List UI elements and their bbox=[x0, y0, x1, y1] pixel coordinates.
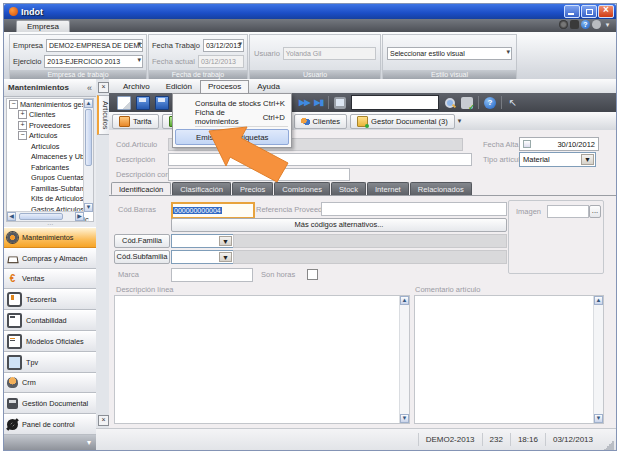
collapse-icon[interactable]: « bbox=[87, 83, 92, 93]
help-icon[interactable]: ? bbox=[484, 97, 496, 109]
tree-item[interactable]: −Artículos bbox=[7, 131, 93, 142]
cod-subfamilia-button[interactable]: Cód.Subfamilia bbox=[114, 250, 170, 264]
imagen-browse-button[interactable]: ... bbox=[589, 205, 601, 218]
tree-item[interactable]: Artículos bbox=[7, 141, 93, 152]
chevron-down-icon[interactable]: ▼ bbox=[581, 154, 594, 165]
scroll-right-icon[interactable]: ▶ bbox=[75, 212, 84, 221]
menu-edicion[interactable]: Edición bbox=[158, 81, 200, 92]
scroll-down-icon[interactable]: ▼ bbox=[84, 203, 93, 212]
scroll-left-icon[interactable]: ◀ bbox=[7, 212, 16, 221]
tree-item[interactable]: Familias-Subfamil bbox=[7, 183, 93, 194]
nav-ventas[interactable]: €Ventas bbox=[4, 269, 96, 290]
cod-subfamilia-select[interactable]: ▼ bbox=[171, 250, 234, 264]
sidebar-footer[interactable]: ▾ bbox=[4, 435, 96, 450]
tab-identificacion[interactable]: Identificación bbox=[111, 182, 171, 195]
expand-icon[interactable]: − bbox=[18, 131, 27, 140]
close-icon[interactable]: × bbox=[98, 82, 109, 93]
tree-item[interactable]: +Clientes bbox=[7, 110, 93, 121]
tab-empresa[interactable]: Empresa bbox=[16, 20, 70, 32]
tree-item[interactable]: Almacenes y Ubic bbox=[7, 152, 93, 163]
menu-archivo[interactable]: Archivo bbox=[115, 81, 158, 92]
chevron-down-icon[interactable]: ▾ bbox=[87, 438, 91, 447]
tab-clientes[interactable]: Clientes bbox=[294, 114, 347, 129]
last-record-icon[interactable]: ▶▮ bbox=[314, 98, 323, 107]
help-icon[interactable]: ? bbox=[581, 20, 590, 29]
tab-comisiones[interactable]: Comisiones bbox=[274, 182, 330, 195]
cod-familia-select[interactable]: ▼ bbox=[171, 234, 234, 248]
tree-item[interactable]: Kits de Artículos bbox=[7, 194, 93, 205]
expand-icon[interactable]: + bbox=[18, 121, 27, 130]
screen-icon[interactable] bbox=[334, 97, 346, 109]
user-icon[interactable] bbox=[592, 20, 601, 29]
expand-icon[interactable]: − bbox=[9, 100, 18, 109]
scrollbar[interactable]: ▲ ▼ bbox=[593, 296, 603, 423]
cod-barras-input[interactable]: 000000000004 bbox=[171, 202, 255, 219]
nav-crm[interactable]: Crm bbox=[4, 373, 96, 394]
estilo-visual-select[interactable]: Seleccionar estilo visual bbox=[387, 47, 512, 60]
son-horas-checkbox[interactable] bbox=[307, 269, 318, 280]
empresa-select[interactable]: DEMO2-EMPRESA DE DEMOSTRACI... bbox=[46, 39, 143, 52]
nav-compras-y-almacen[interactable]: Compras y Almacén bbox=[4, 248, 96, 269]
menu-item-emision-de-etiquetas[interactable]: Emisión de etiquetas bbox=[175, 129, 289, 145]
tab-internet[interactable]: Internet bbox=[367, 182, 409, 195]
save-all-icon[interactable] bbox=[155, 96, 169, 110]
descripcion-linea-textarea[interactable]: ▲ ▼ bbox=[114, 295, 410, 424]
resize-grip[interactable] bbox=[604, 440, 614, 450]
save-icon[interactable] bbox=[136, 96, 150, 110]
fecha-alta-field[interactable]: 30/10/2012 bbox=[519, 137, 599, 151]
cod-familia-button[interactable]: Cód.Familia bbox=[114, 234, 170, 248]
minimize-button[interactable] bbox=[564, 5, 580, 18]
descripcion-corta-input[interactable] bbox=[168, 168, 350, 181]
fecha-trabajo-select[interactable]: 03/12/2013 bbox=[203, 39, 244, 52]
tree-vertical-scrollbar[interactable]: ▲ ▼ bbox=[83, 99, 93, 212]
menu-item-ficha-de-movimientos[interactable]: Ficha de movimientos Ctrl+D bbox=[173, 110, 291, 124]
tab-clasificacion[interactable]: Clasificación bbox=[172, 182, 231, 195]
nav-mantenimientos[interactable]: Mantenimientos bbox=[4, 227, 96, 248]
marca-input[interactable] bbox=[171, 268, 253, 282]
tab-relacionados[interactable]: Relacionados bbox=[410, 182, 472, 195]
expand-icon[interactable]: + bbox=[18, 110, 27, 119]
chevron-down-icon[interactable]: ▾ bbox=[603, 20, 612, 29]
nav-contabilidad[interactable]: Contabilidad bbox=[4, 310, 96, 331]
tab-stock[interactable]: Stock bbox=[331, 182, 366, 195]
chevron-down-icon[interactable]: ▼ bbox=[219, 252, 232, 262]
tab-gestor-documental[interactable]: Gestor Documental (3) bbox=[350, 114, 455, 129]
nav-gestion-documental[interactable]: Gestión Documental bbox=[4, 393, 96, 414]
lock-icon[interactable] bbox=[570, 20, 579, 29]
tipo-articulo-select[interactable]: Material▼ bbox=[519, 152, 596, 167]
nav-panel-de-control[interactable]: Panel de control bbox=[4, 414, 96, 435]
scroll-up-icon[interactable]: ▲ bbox=[400, 296, 409, 305]
scroll-down-icon[interactable]: ▼ bbox=[400, 414, 409, 423]
tab-tarifa[interactable]: Tarifa bbox=[112, 114, 159, 129]
return-arrow-icon[interactable]: ↖ bbox=[507, 97, 519, 109]
calendar-icon[interactable] bbox=[523, 140, 531, 148]
nav-tpv[interactable]: Tpv bbox=[4, 352, 96, 373]
tree-item[interactable]: Grupos Cuentas bbox=[7, 173, 93, 184]
tab-precios[interactable]: Precios bbox=[232, 182, 273, 195]
tree-item[interactable]: −Mantenimientos gestión bbox=[7, 99, 93, 110]
print-validate-icon[interactable] bbox=[461, 97, 473, 109]
chevron-down-icon[interactable]: ▼ bbox=[219, 236, 232, 246]
sidebar-header[interactable]: Mantenimientos « bbox=[4, 79, 96, 97]
menu-ayuda[interactable]: Ayuda bbox=[249, 81, 288, 92]
mas-codigos-button[interactable]: Más códigos alternativos... bbox=[171, 218, 507, 232]
new-document-icon[interactable] bbox=[117, 96, 131, 110]
chevron-down-icon[interactable]: ▾ bbox=[458, 117, 462, 125]
close-button[interactable] bbox=[598, 5, 614, 18]
nav-modelos-oficiales[interactable]: Modelos Oficiales bbox=[4, 331, 96, 352]
restore-button[interactable] bbox=[581, 5, 597, 18]
tree-item[interactable]: Fabricantes bbox=[7, 162, 93, 173]
search-icon[interactable] bbox=[444, 97, 456, 109]
scroll-up-icon[interactable]: ▲ bbox=[84, 99, 93, 108]
settings-icon[interactable] bbox=[559, 20, 568, 29]
descripcion-input[interactable] bbox=[168, 153, 472, 166]
scroll-down-icon[interactable]: ▼ bbox=[594, 414, 603, 423]
tree-item[interactable]: +Proveedores bbox=[7, 120, 93, 131]
next-record-icon[interactable]: ▶▶ bbox=[299, 98, 309, 107]
referencia-proveedor-input[interactable] bbox=[321, 202, 507, 216]
ejercicio-select[interactable]: 2013-EJERCICIO 2013 bbox=[44, 55, 143, 68]
nav-tesoreria[interactable]: Tesorería bbox=[4, 289, 96, 310]
scroll-up-icon[interactable]: ▲ bbox=[594, 296, 603, 305]
close-icon[interactable]: × bbox=[98, 415, 109, 426]
menu-procesos[interactable]: Procesos bbox=[200, 80, 249, 93]
